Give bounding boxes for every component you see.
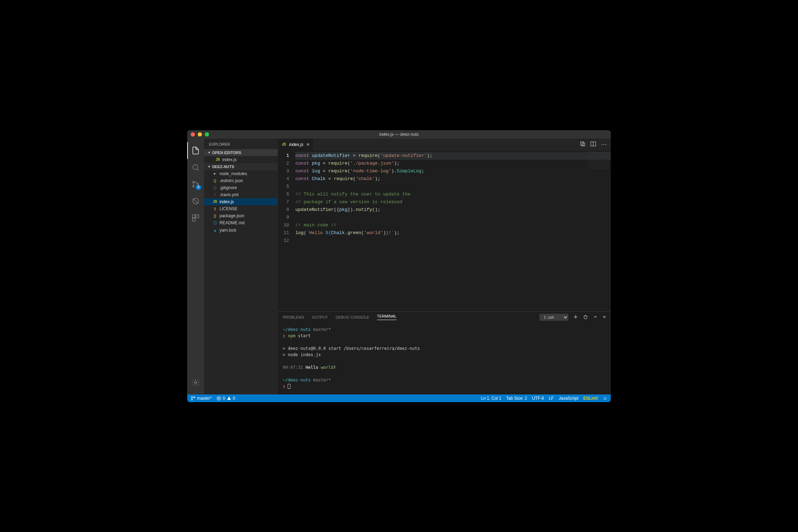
svg-rect-5	[192, 215, 195, 218]
bottom-panel: PROBLEMSOUTPUTDEBUG CONSOLETERMINAL 1: z…	[278, 311, 611, 394]
open-editor-item[interactable]: JSindex.js	[204, 156, 278, 163]
extensions-activity[interactable]	[187, 210, 204, 226]
status-problems[interactable]: 0 0	[216, 396, 235, 401]
close-panel-icon[interactable]: ✕	[603, 315, 606, 319]
editor-group: JS index.js ✕ ⋯ 123456789101112 const up…	[278, 139, 611, 394]
editor-actions: ⋯	[580, 139, 611, 151]
status-bar: master* 0 0 Ln 1, Col 1 Tab Size: 2 UTF-…	[187, 394, 611, 402]
sidebar-title: EXPLORER	[204, 139, 278, 149]
panel-toolbar: 1: zsh ✕	[539, 314, 606, 321]
open-editors-header[interactable]: ▼ OPEN EDITORS	[204, 149, 278, 156]
minimap[interactable]	[588, 152, 609, 169]
folder-header[interactable]: ▼ DEEZ-NUTS	[204, 163, 278, 170]
tab-index-js[interactable]: JS index.js ✕	[278, 139, 314, 151]
panel-tab-terminal[interactable]: TERMINAL	[377, 314, 397, 320]
svg-point-15	[191, 396, 193, 398]
file-tree-item[interactable]: {}.eslintrc.json	[204, 177, 278, 184]
status-eslint[interactable]: ESLint!	[583, 396, 598, 401]
svg-rect-7	[192, 218, 195, 221]
close-window-button[interactable]	[191, 132, 195, 137]
panel-tabs: PROBLEMSOUTPUTDEBUG CONSOLETERMINAL 1: z…	[278, 312, 611, 323]
status-eol[interactable]: LF	[549, 396, 554, 401]
terminal-select[interactable]: 1: zsh	[539, 314, 568, 321]
status-tabsize[interactable]: Tab Size: 2	[506, 396, 527, 401]
chevron-down-icon: ▼	[208, 165, 211, 168]
open-editors-list: JSindex.js	[204, 156, 278, 163]
status-language[interactable]: JavaScript	[559, 396, 578, 401]
file-tree-item[interactable]: ▲yarn.lock	[204, 227, 278, 234]
file-tree-item[interactable]: !.travis.yml	[204, 191, 278, 198]
feedback-icon[interactable]: ☺	[603, 396, 607, 401]
js-file-icon: JS	[281, 142, 286, 146]
explorer-sidebar: EXPLORER ▼ OPEN EDITORS JSindex.js ▼ DEE…	[204, 139, 278, 394]
warning-icon	[227, 396, 231, 401]
code-editor[interactable]: 123456789101112 const updateNotifier = r…	[278, 151, 611, 311]
scm-activity[interactable]: 8	[187, 176, 204, 193]
terminal-output[interactable]: ~/deez-nuts master*❯ npm start > deez-nu…	[278, 323, 611, 394]
svg-point-0	[193, 165, 198, 169]
window-title: index.js — deez-nuts	[379, 132, 419, 137]
titlebar: index.js — deez-nuts	[187, 130, 611, 139]
svg-point-16	[191, 399, 193, 400]
file-tree-item[interactable]: JSindex.js	[204, 198, 278, 205]
tab-label: index.js	[289, 142, 303, 147]
window-controls	[191, 132, 209, 137]
new-terminal-icon[interactable]	[573, 314, 578, 320]
files-icon	[191, 146, 200, 155]
file-tree-item[interactable]: ◌.gitignore	[204, 184, 278, 191]
code-content[interactable]: const updateNotifier = require('update-n…	[295, 151, 611, 311]
settings-activity[interactable]	[187, 374, 204, 391]
more-actions-icon[interactable]: ⋯	[601, 141, 607, 148]
svg-rect-6	[196, 215, 199, 218]
find-references-icon[interactable]	[580, 141, 586, 148]
file-tree-item[interactable]: {}package.json	[204, 212, 278, 219]
status-encoding[interactable]: UTF-8	[532, 396, 544, 401]
search-icon	[191, 163, 200, 172]
activity-bar: 8	[187, 139, 204, 394]
kill-terminal-icon[interactable]	[583, 314, 588, 320]
explorer-activity[interactable]	[187, 142, 204, 159]
svg-point-1	[193, 181, 195, 183]
scm-badge: 8	[196, 185, 201, 190]
svg-point-2	[193, 185, 195, 187]
maximize-panel-icon[interactable]	[593, 314, 598, 320]
panel-tab-problems[interactable]: PROBLEMS	[283, 315, 304, 319]
search-activity[interactable]	[187, 159, 204, 176]
vscode-window: index.js — deez-nuts 8	[187, 130, 611, 402]
bug-icon	[191, 197, 200, 205]
line-gutter: 123456789101112	[278, 151, 295, 311]
file-tree-item[interactable]: §LICENSE	[204, 205, 278, 212]
maximize-window-button[interactable]	[205, 132, 209, 137]
chevron-down-icon: ▼	[208, 151, 211, 154]
svg-point-8	[195, 381, 197, 384]
panel-tab-output[interactable]: OUTPUT	[312, 315, 328, 319]
gear-icon	[191, 378, 200, 387]
editor-tabs: JS index.js ✕ ⋯	[278, 139, 611, 151]
status-branch[interactable]: master*	[191, 396, 211, 401]
debug-activity[interactable]	[187, 193, 204, 210]
split-editor-icon[interactable]	[590, 141, 596, 148]
folder-tree: ▸node_modules{}.eslintrc.json◌.gitignore…	[204, 170, 278, 234]
close-tab-icon[interactable]: ✕	[306, 142, 310, 147]
panel-tab-debug-console[interactable]: DEBUG CONSOLE	[335, 315, 369, 319]
branch-icon	[191, 396, 196, 401]
file-tree-item[interactable]: ▸node_modules	[204, 170, 278, 177]
error-icon	[216, 396, 221, 401]
file-tree-item[interactable]: ⓘREADME.md	[204, 219, 278, 227]
extensions-icon	[191, 214, 200, 222]
status-cursor-position[interactable]: Ln 1, Col 1	[481, 396, 501, 401]
minimize-window-button[interactable]	[198, 132, 202, 137]
